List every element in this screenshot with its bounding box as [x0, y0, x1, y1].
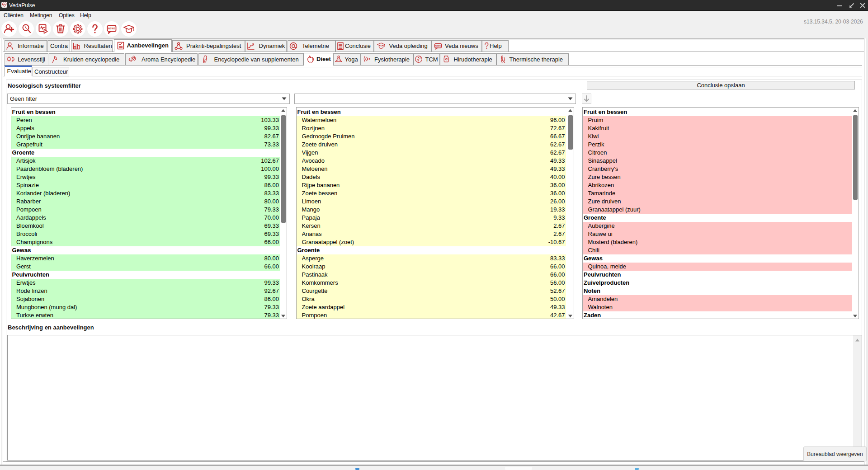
- svg-text:NEWS: NEWS: [108, 27, 116, 30]
- svg-text:NEWS: NEWS: [435, 45, 441, 47]
